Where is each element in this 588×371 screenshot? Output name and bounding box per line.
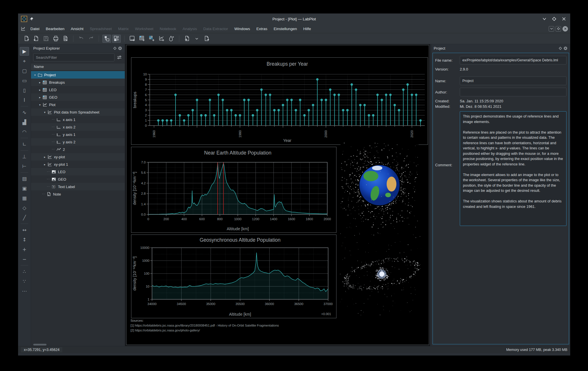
more-tools-button[interactable]: ⋯ — [20, 287, 29, 295]
expand-icon[interactable]: ▸ — [38, 96, 42, 99]
x-axis-tool-button[interactable]: ⊥ — [20, 152, 29, 161]
tree-item-plot-data-from-spreadsheet[interactable]: ▾Plot data from Spreadsheet — [31, 108, 125, 116]
tree-item-leo[interactable]: ▸LEO — [31, 86, 125, 93]
y-axis-tool-button[interactable]: ⊢ — [20, 162, 29, 171]
fit-tool-button[interactable]: ◠ — [20, 128, 29, 136]
zoom-select-tool-button[interactable]: ▢ — [20, 67, 29, 75]
name-field[interactable]: Project — [460, 77, 566, 85]
new-matrix-button[interactable] — [147, 35, 156, 43]
crosshair-tool-button[interactable]: ⌖ — [20, 57, 29, 65]
expand-icon[interactable]: ▸ — [38, 88, 42, 91]
import-button[interactable] — [183, 35, 191, 43]
menu-bearbeiten[interactable]: Bearbeiten — [43, 26, 68, 32]
zoom-in-tool-button[interactable]: + — [20, 245, 29, 254]
float-panel-icon[interactable] — [112, 46, 117, 51]
horizontal-scrollbar[interactable] — [31, 343, 125, 346]
chart-geo-population[interactable]: 1101001000100003400034500350003550036000… — [131, 235, 336, 318]
file-name-field[interactable]: ex/Projekte/labplot/data/examples/Genera… — [460, 56, 566, 65]
open-project-button[interactable] — [32, 35, 40, 43]
color-maps-button[interactable] — [167, 35, 176, 43]
image-tool-button[interactable]: ▦ — [20, 194, 29, 202]
comment-field[interactable]: This project demonstrates the usage of r… — [460, 111, 566, 226]
filter-options-icon[interactable] — [116, 54, 122, 60]
histogram-tool-button[interactable]: ▟ — [20, 118, 29, 126]
tree-item-label: Plot data from Spreadsheet — [54, 110, 99, 114]
tree-item-y-axis-1[interactable]: y axis 1 — [31, 131, 125, 138]
collapse-icon[interactable]: ▾ — [42, 111, 47, 114]
tree-item-project[interactable]: ▾Project — [31, 71, 125, 79]
maximize-button[interactable] — [552, 17, 556, 21]
tree-item-plot[interactable]: ▾Plot — [31, 101, 125, 108]
geo-debris-image[interactable] — [340, 232, 422, 315]
close-properties-icon[interactable] — [563, 46, 568, 51]
new-project-button[interactable] — [22, 35, 31, 43]
new-worksheet-button[interactable] — [157, 35, 166, 43]
xy-curve-tool-button[interactable]: ∿ — [20, 108, 29, 117]
titlebar[interactable]: Project - [Plot] — LabPlot — [18, 13, 570, 24]
tree-item-x-axis-2[interactable]: x axis 2 — [31, 123, 125, 131]
axis-tool-button[interactable]: ∟ — [20, 140, 29, 149]
toggle-properties-explorer-button[interactable] — [112, 35, 121, 43]
scrollbar-thumb[interactable] — [33, 344, 46, 345]
reference-line-tool-button[interactable]: ╱ — [20, 213, 29, 222]
zoom-x-select-tool-button[interactable]: ▭ — [20, 76, 29, 85]
tree-item-2[interactable]: 2 — [31, 146, 125, 153]
close-panel-icon[interactable] — [117, 46, 122, 51]
collapse-icon[interactable]: ▾ — [38, 103, 42, 106]
mdi-minimize-button[interactable] — [549, 26, 554, 32]
text-label-tool-button[interactable]: ▣ — [20, 184, 29, 193]
expand-icon[interactable]: ▸ — [42, 155, 47, 159]
close-button[interactable] — [562, 17, 566, 21]
worksheet-canvas[interactable]: 0123456789101960198020002020Breakups per… — [126, 45, 429, 345]
tree-item-leo[interactable]: LEO — [31, 168, 125, 175]
print-preview-button[interactable] — [61, 35, 70, 43]
tree-item-y-axis-2[interactable]: y axis 2 — [31, 138, 125, 146]
mdi-restore-button[interactable] — [556, 26, 561, 32]
print-button[interactable] — [51, 35, 60, 43]
toggle-project-explorer-button[interactable] — [102, 35, 111, 43]
pin-icon[interactable] — [30, 17, 34, 21]
tree-item-geo[interactable]: GEO — [31, 175, 125, 183]
dots-a-tool-button[interactable]: ∴ — [20, 267, 29, 276]
leo-debris-image[interactable] — [340, 142, 418, 229]
legend-tool-button[interactable]: ▤ — [20, 174, 29, 183]
menu-hilfe[interactable]: Hilfe — [300, 26, 314, 32]
menu-extras[interactable]: Extras — [253, 26, 270, 32]
minimize-button[interactable] — [542, 17, 547, 21]
chart-near-earth-population[interactable]: 0.01.42.84.25.67.00200400600800100012001… — [131, 147, 336, 233]
tree-item-xy-plot-1[interactable]: ▸xy-plot 1 — [31, 161, 125, 168]
author-field[interactable] — [460, 88, 566, 96]
menu-datei[interactable]: Datei — [27, 26, 43, 32]
zoom-out-tool-button[interactable]: − — [20, 255, 29, 263]
expand-icon[interactable]: ▸ — [42, 163, 47, 166]
tree-item-breakups[interactable]: ▸Breakups — [31, 79, 125, 86]
new-workbook-button[interactable] — [128, 35, 137, 43]
tree-item-xy-plot[interactable]: ▸xy-plot — [31, 153, 125, 161]
tree-column-header[interactable]: Name — [31, 63, 125, 71]
chart-breakups-per-year[interactable]: 0123456789101960198020002020Breakups per… — [131, 57, 428, 145]
new-spreadsheet-button[interactable] — [138, 35, 146, 43]
expand-icon[interactable]: ▸ — [38, 81, 42, 84]
menu-ansicht[interactable]: Ansicht — [68, 26, 87, 32]
tree-item-geo[interactable]: ▸GEO — [31, 93, 125, 101]
cursor-tool-button[interactable]: I — [20, 96, 29, 104]
select-tool-button[interactable]: ▶ — [20, 47, 29, 56]
shift-y-tool-button[interactable]: ↕ — [20, 235, 29, 244]
zoom-y-select-tool-button[interactable]: ▯ — [20, 86, 29, 95]
custom-point-tool-button[interactable]: ◇ — [20, 204, 29, 212]
float-properties-icon[interactable] — [558, 46, 563, 51]
mdi-close-button[interactable] — [562, 26, 568, 32]
menu-einstellungen[interactable]: Einstellungen — [270, 26, 300, 32]
search-input[interactable] — [33, 53, 114, 61]
svg-text:10: 10 — [146, 285, 149, 288]
import-menu-button[interactable] — [192, 35, 201, 43]
menu-windows[interactable]: Windows — [231, 26, 253, 32]
collapse-icon[interactable]: ▾ — [33, 73, 37, 77]
tree-item-text-label[interactable]: TText Label — [31, 183, 125, 190]
sources-text-label[interactable]: Sources:[1] https://orbitaldebris.jsc.na… — [131, 318, 389, 333]
dots-b-tool-button[interactable]: ∵ — [20, 277, 29, 286]
tree-item-x-axis-1[interactable]: x axis 1 — [31, 116, 125, 123]
shift-x-tool-button[interactable]: ↔ — [20, 226, 29, 234]
export-button[interactable] — [202, 35, 211, 43]
tree-item-note[interactable]: Note — [31, 190, 125, 198]
